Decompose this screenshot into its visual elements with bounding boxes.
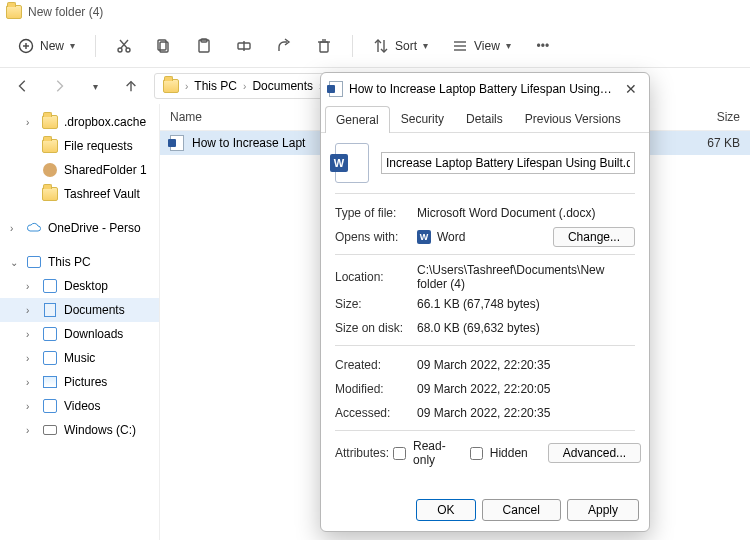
tab-general[interactable]: General [325,106,390,133]
apply-button[interactable]: Apply [567,499,639,521]
new-button[interactable]: New ▾ [8,32,85,60]
new-label: New [40,39,64,53]
view-button[interactable]: View ▾ [442,32,521,60]
tree-label: Videos [64,399,100,413]
forward-button[interactable] [46,73,72,99]
sidebar-item-file-requests[interactable]: File requests [0,134,159,158]
sidebar-item-desktop[interactable]: ›Desktop [0,274,159,298]
chevron-right-icon: › [26,329,36,340]
readonly-input[interactable] [393,447,406,460]
sidebar-item-downloads[interactable]: ›Downloads [0,322,159,346]
pictures-icon [43,376,57,388]
up-button[interactable] [118,73,144,99]
breadcrumb-segment[interactable]: This PC [194,79,237,93]
divider [335,345,635,346]
column-name[interactable]: Name [160,104,340,130]
paste-button[interactable] [186,32,222,60]
breadcrumb-segment[interactable]: Documents [252,79,313,93]
divider [335,254,635,255]
download-icon [43,327,57,341]
dialog-footer: OK Cancel Apply [321,491,649,531]
chevron-down-icon: ⌄ [10,257,20,268]
sidebar-item-sharedfolder[interactable]: SharedFolder 1 [0,158,159,182]
divider [335,430,635,431]
word-icon [335,143,369,183]
chevron-right-icon: › [26,353,36,364]
tree-label: File requests [64,139,133,153]
cut-icon [116,38,132,54]
plus-icon [18,38,34,54]
change-button[interactable]: Change... [553,227,635,247]
hidden-checkbox[interactable]: Hidden [466,444,528,463]
tab-security[interactable]: Security [390,105,455,132]
cloud-icon [26,220,42,236]
modified-label: Modified: [335,382,417,396]
sidebar: ›.dropbox.cache File requests SharedFold… [0,104,160,540]
size-label: Size: [335,297,417,311]
folder-icon [163,79,179,93]
window-title: New folder (4) [28,5,103,19]
people-icon [43,163,57,177]
word-file-icon [170,135,184,151]
dialog-title: How to Increase Laptop Battery Lifespan … [349,82,615,96]
videos-icon [43,399,57,413]
sidebar-item-videos[interactable]: ›Videos [0,394,159,418]
svg-rect-13 [320,42,328,52]
cut-button[interactable] [106,32,142,60]
more-button[interactable]: ••• [525,32,561,60]
chevron-right-icon: › [10,223,20,234]
tab-previous-versions[interactable]: Previous Versions [514,105,632,132]
sidebar-item-pictures[interactable]: ›Pictures [0,370,159,394]
desktop-icon [43,279,57,293]
svg-point-3 [118,48,122,52]
folder-icon [42,187,58,201]
type-value: Microsoft Word Document (.docx) [417,206,635,220]
sidebar-item-this-pc[interactable]: ⌄This PC [0,250,159,274]
ellipsis-icon: ••• [535,38,551,54]
chevron-right-icon: › [26,281,36,292]
readonly-checkbox[interactable]: Read-only [389,439,446,467]
breadcrumb[interactable]: › This PC › Documents › [154,73,331,99]
rename-button[interactable] [226,32,262,60]
filename-input[interactable] [381,152,635,174]
back-button[interactable] [10,73,36,99]
sidebar-item-dropbox-cache[interactable]: ›.dropbox.cache [0,110,159,134]
size-on-disk-label: Size on disk: [335,321,417,335]
tree-label: Windows (C:) [64,423,136,437]
sidebar-item-music[interactable]: ›Music [0,346,159,370]
tree-label: Desktop [64,279,108,293]
sidebar-item-vault[interactable]: Tashreef Vault [0,182,159,206]
tree-label: OneDrive - Perso [48,221,141,235]
hidden-input[interactable] [470,447,483,460]
view-label: View [474,39,500,53]
svg-point-4 [126,48,130,52]
share-button[interactable] [266,32,302,60]
delete-button[interactable] [306,32,342,60]
music-icon [43,351,57,365]
sidebar-item-drive-c[interactable]: ›Windows (C:) [0,418,159,442]
accessed-value: 09 March 2022, 22:20:35 [417,406,635,420]
chevron-right-icon: › [26,401,36,412]
svg-line-5 [121,40,128,48]
modified-value: 09 March 2022, 22:20:05 [417,382,635,396]
sidebar-item-onedrive[interactable]: ›OneDrive - Perso [0,216,159,240]
close-button[interactable]: ✕ [621,79,641,99]
accessed-label: Accessed: [335,406,417,420]
tree-label: Music [64,351,95,365]
recent-dropdown[interactable]: ▾ [82,73,108,99]
opens-with-label: Opens with: [335,230,417,244]
advanced-button[interactable]: Advanced... [548,443,641,463]
dialog-body: Type of file:Microsoft Word Document (.d… [321,133,649,491]
hidden-label: Hidden [490,446,528,460]
tree-label: SharedFolder 1 [64,163,147,177]
cancel-button[interactable]: Cancel [482,499,561,521]
tab-details[interactable]: Details [455,105,514,132]
tree-label: Downloads [64,327,123,341]
separator [95,35,96,57]
ok-button[interactable]: OK [416,499,475,521]
sort-button[interactable]: Sort ▾ [363,32,438,60]
column-size[interactable]: Size [660,104,750,130]
copy-button[interactable] [146,32,182,60]
dialog-tabs: General Security Details Previous Versio… [321,105,649,133]
sidebar-item-documents[interactable]: ›Documents [0,298,159,322]
